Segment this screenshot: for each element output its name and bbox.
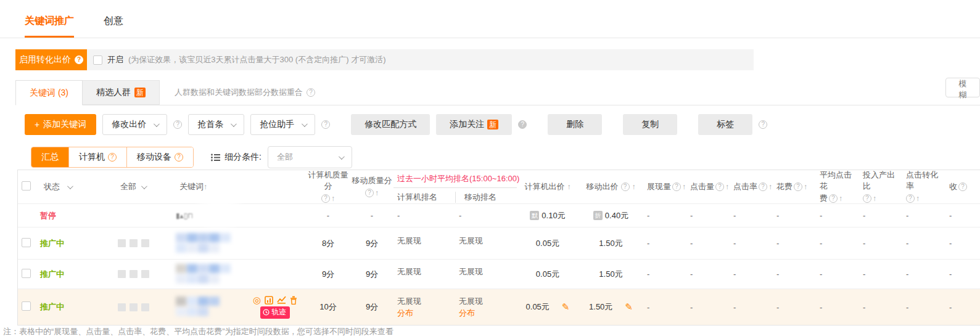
row-checkbox[interactable] — [22, 238, 31, 247]
help-icon[interactable]: ? — [759, 120, 767, 129]
header-pc-bid[interactable]: 计算机出价 ↑ — [517, 181, 579, 192]
mobile-quality-value: - — [371, 211, 373, 220]
grab-top-dropdown[interactable]: 抢首条 — [188, 114, 244, 135]
header-group[interactable]: 全部 — [117, 181, 173, 192]
add-watch-label: 添加关注 — [450, 119, 484, 130]
enable-conversion-bid-button[interactable]: 启用转化出价 ? — [15, 49, 87, 70]
help-icon[interactable]: ? — [518, 120, 527, 129]
tag-button[interactable]: 标签 — [698, 114, 752, 135]
modify-bid-dropdown[interactable]: 修改出价 — [102, 114, 167, 135]
trend-chart-icon[interactable] — [277, 296, 286, 304]
help-icon[interactable]: ? — [108, 153, 117, 162]
top-tab-bar: 关键词推广 创意 — [0, 0, 980, 38]
header-cost[interactable]: 花费 ? ↑ — [773, 181, 816, 192]
row-checkbox[interactable] — [22, 269, 31, 278]
metric-value: - — [816, 269, 859, 279]
mobile-rank-value: 无展现 — [459, 295, 517, 307]
edit-mobile-bid-icon[interactable]: ✎ — [625, 301, 633, 313]
header-pc-rank[interactable]: 计算机排名 — [393, 192, 455, 203]
tab-audience[interactable]: 精选人群 新 — [83, 80, 160, 105]
help-icon[interactable]: ? — [173, 120, 182, 129]
header-ctr[interactable]: 点击率 ? ↑ — [730, 181, 773, 192]
header-mobile-bid[interactable]: 移动出价 ? ↑ — [579, 181, 643, 192]
rank-assistant-dropdown[interactable]: 抢位助手 — [250, 114, 315, 135]
table-row[interactable]: 推广中 ◎ — [18, 289, 980, 325]
table-row[interactable]: 推广中 8分 9分 无展现 无展现 0.05元 1.50元 - - - - - … — [18, 227, 980, 260]
metric-value: - — [902, 303, 945, 312]
help-icon[interactable]: ? — [958, 182, 967, 191]
modify-match-button[interactable]: 修改匹配方式 — [351, 114, 430, 135]
help-icon[interactable]: ? — [321, 120, 330, 129]
default-bid-tag: 默 — [530, 211, 539, 220]
help-icon[interactable]: ? — [794, 182, 802, 191]
device-tab-summary[interactable]: 汇总 — [31, 147, 68, 167]
device-tab-mobile[interactable]: 移动设备 ? — [126, 147, 193, 167]
header-rank-group: 过去一小时平均排名(15:00~16:00) 计算机排名 移动排名 — [393, 170, 517, 203]
select-all-checkbox[interactable] — [22, 181, 31, 191]
metric-value: - — [945, 239, 980, 248]
metric-value: - — [686, 303, 730, 312]
add-watch-button[interactable]: 添加关注 新 — [436, 114, 512, 135]
help-icon[interactable]: ? — [715, 182, 724, 191]
enable-checkbox-label[interactable]: 开启 — [107, 54, 123, 65]
device-tab-pc[interactable]: 计算机 ? — [68, 147, 126, 167]
metric-value: - — [902, 269, 945, 279]
metric-value: - — [643, 303, 686, 312]
metric-value: - — [902, 211, 945, 220]
help-icon[interactable]: ? — [906, 194, 915, 203]
header-clicks[interactable]: 点击量 ? ↑ — [686, 181, 730, 192]
segment-filter-select[interactable]: 全部 — [268, 146, 352, 168]
enable-checkbox[interactable] — [93, 55, 102, 65]
help-icon[interactable]: ? — [621, 182, 630, 191]
header-group-label: 全部 — [120, 181, 136, 192]
mobile-quality-value: 9分 — [350, 301, 393, 313]
help-icon[interactable]: ? — [175, 153, 183, 162]
header-impressions[interactable]: 展现量 ? ↑ — [643, 181, 686, 192]
header-keyword[interactable]: 关键词 ↑ — [173, 181, 306, 192]
sort-up-icon: ↑ — [768, 181, 772, 192]
track-badge[interactable]: 轨迹 — [260, 306, 290, 319]
mobile-bid-value: 1.50元 — [599, 269, 622, 280]
add-keyword-button[interactable]: + 添加关键词 — [25, 114, 96, 135]
copy-button[interactable]: 复制 — [623, 114, 677, 135]
pc-quality-value: 8分 — [306, 238, 350, 249]
fuzzy-button[interactable]: 模糊 — [945, 78, 980, 97]
header-cvr[interactable]: 点击转化率 ? ↑ — [902, 170, 945, 204]
help-icon[interactable]: ? — [759, 182, 767, 191]
sort-up-icon: ↑ — [916, 193, 920, 204]
pc-rank-distribution-link[interactable]: 分布 — [397, 307, 455, 319]
help-icon[interactable]: ? — [863, 194, 871, 203]
target-icon[interactable]: ◎ — [253, 295, 261, 305]
enable-conversion-bid-label: 启用转化出价 — [19, 54, 71, 65]
sort-up-icon: ↑ — [204, 182, 207, 191]
header-mobile-quality[interactable]: 移动质量分 ? ↑ — [350, 175, 393, 199]
header-clipped-column[interactable]: 收 ? — [945, 181, 980, 192]
help-icon[interactable]: ? — [75, 55, 83, 64]
tab-creative[interactable]: 创意 — [104, 15, 123, 38]
help-icon[interactable]: ? — [365, 189, 374, 197]
help-icon[interactable]: ? — [829, 194, 838, 203]
help-icon[interactable]: ? — [672, 182, 681, 191]
tab-keyword-promotion[interactable]: 关键词推广 — [25, 15, 74, 38]
header-avg-cpc[interactable]: 平均点击花 费 ? ↑ — [816, 170, 859, 204]
pc-quality-value: 9分 — [306, 269, 350, 280]
header-mobile-rank[interactable]: 移动排名 — [455, 192, 517, 203]
metric-value: - — [773, 303, 816, 312]
edit-pc-bid-icon[interactable]: ✎ — [562, 301, 570, 313]
help-icon[interactable]: ? — [307, 88, 315, 97]
sort-up-icon: ↑ — [804, 181, 807, 192]
box-chart-icon[interactable] — [265, 296, 273, 305]
table-row[interactable]: 暂停 ▮▴▯⊓ - - - - 默 0.10元 折 0.40元 - - - - … — [18, 204, 980, 227]
trash-icon[interactable] — [290, 296, 297, 305]
header-status[interactable]: 状态 — [36, 181, 117, 192]
mobile-rank-distribution-link[interactable]: 分布 — [459, 307, 517, 319]
header-pc-quality[interactable]: 计算机质量分 ? ↑ — [306, 170, 350, 204]
help-icon[interactable]: ? — [321, 194, 330, 203]
row-checkbox[interactable] — [22, 301, 31, 311]
tab-keywords[interactable]: 关键词 (3) — [15, 80, 83, 105]
pc-bid-value: 0.05元 — [536, 269, 559, 280]
metric-value: - — [686, 269, 730, 279]
header-roi[interactable]: 投入产出比 ? ↑ — [859, 170, 902, 204]
table-row[interactable]: 推广中 9分 9分 无展现 无展现 0.05元 1.50元 - - - - - … — [18, 260, 980, 289]
delete-button[interactable]: 删除 — [548, 114, 602, 135]
